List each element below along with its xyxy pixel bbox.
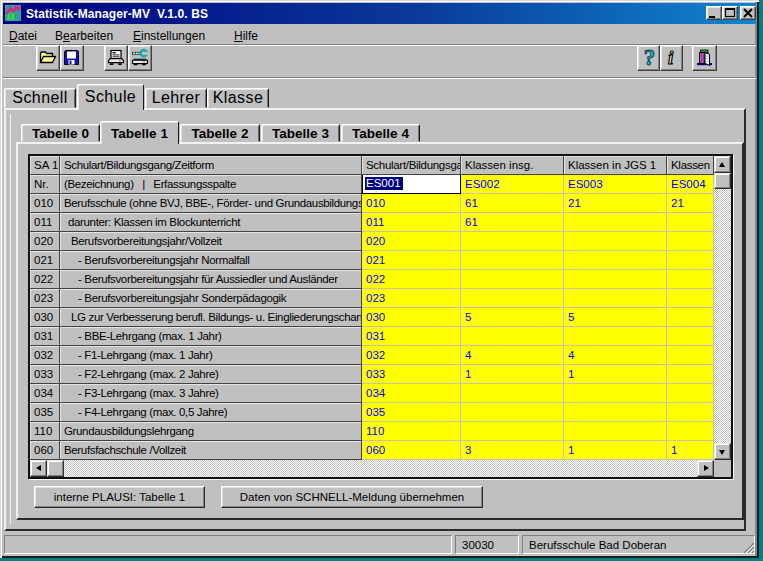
svg-text:i: i [668,47,674,68]
svg-text:?: ? [644,45,656,70]
